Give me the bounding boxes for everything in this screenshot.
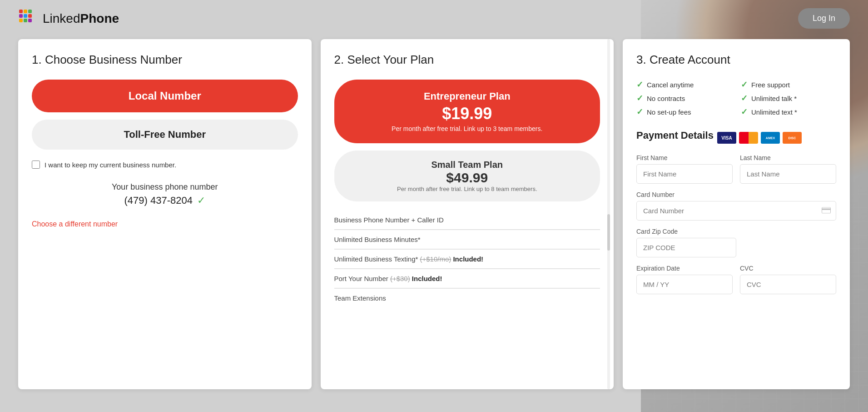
last-name-input[interactable] (740, 164, 836, 184)
keep-number-label[interactable]: I want to keep my current business numbe… (45, 161, 176, 169)
toll-free-button[interactable]: Toll-Free Number (32, 120, 298, 150)
benefit-label: No set-up fees (647, 108, 691, 116)
first-name-input[interactable] (636, 164, 733, 184)
benefit-unlimited-text: ✓ Unlimited text * (741, 107, 836, 117)
strikethrough-price: (+$10/mo) (420, 255, 451, 263)
login-button[interactable]: Log In (798, 8, 850, 29)
feature-text: Team Extensions (334, 294, 386, 302)
svg-rect-6 (19, 19, 23, 22)
scroll-thumb[interactable] (607, 214, 610, 251)
logo: LinkedPhone (18, 9, 119, 29)
keep-number-checkbox[interactable] (32, 161, 40, 169)
benefit-label: No contracts (647, 95, 685, 102)
strikethrough-price: (+$30) (390, 275, 410, 282)
benefit-unlimited-talk: ✓ Unlimited talk * (741, 93, 836, 103)
svg-rect-2 (28, 10, 32, 13)
svg-rect-0 (19, 10, 23, 13)
check-icon: ✓ (741, 107, 748, 117)
panel2-title: 2. Select Your Plan (334, 53, 600, 67)
name-row: First Name Last Name (636, 154, 836, 184)
plan-scroll-area[interactable]: Entrepreneur Plan $19.99 Per month after… (334, 80, 600, 307)
expiration-label: Expiration Date (636, 265, 733, 272)
first-name-group: First Name (636, 154, 733, 184)
business-phone-number: (479) 437-8204 ✓ (32, 195, 298, 206)
check-icon: ✓ (636, 93, 643, 103)
included-label: Included! (412, 275, 442, 282)
svg-rect-1 (24, 10, 27, 13)
benefit-label: Free support (751, 81, 790, 89)
payment-header: Payment Details VISA AMEX DISC (636, 130, 836, 146)
check-icon: ✓ (636, 107, 643, 117)
local-number-button[interactable]: Local Number (32, 80, 298, 112)
benefit-cancel-anytime: ✓ Cancel anytime (636, 80, 732, 90)
small-team-plan-name: Small Team Plan (343, 160, 591, 170)
list-item: Unlimited Business Texting* (+$10/mo) In… (334, 250, 600, 269)
business-phone-label: Your business phone number (32, 182, 298, 192)
svg-rect-9 (822, 207, 831, 213)
credit-card-icon (822, 206, 831, 216)
feature-list: Business Phone Number + Caller ID Unlimi… (334, 211, 600, 307)
card-number-group: Card Number (636, 191, 836, 221)
visa-icon: VISA (717, 132, 736, 144)
feature-text: Business Phone Number + Caller ID (334, 216, 444, 224)
card-input-wrap (636, 201, 836, 221)
payment-title: Payment Details (636, 130, 714, 141)
benefit-label: Unlimited talk * (751, 95, 797, 102)
included-label: Included! (453, 255, 483, 263)
cvc-input[interactable] (740, 275, 836, 294)
benefits-grid: ✓ Cancel anytime ✓ Free support ✓ No con… (636, 80, 836, 117)
panel-select-plan: 2. Select Your Plan Entrepreneur Plan $1… (321, 39, 614, 389)
list-item: Team Extensions (334, 289, 600, 307)
panel-create-account: 3. Create Account ✓ Cancel anytime ✓ Fre… (623, 39, 850, 389)
cvc-label: CVC (740, 265, 836, 272)
panel3-title: 3. Create Account (636, 53, 836, 67)
svg-rect-10 (822, 208, 831, 210)
check-icon: ✓ (636, 80, 643, 90)
card-zip-input[interactable] (636, 238, 736, 257)
entrepreneur-plan-price: $19.99 (343, 104, 591, 123)
card-number-label: Card Number (636, 191, 836, 198)
last-name-group: Last Name (740, 154, 836, 184)
logo-text: LinkedPhone (43, 11, 119, 26)
card-icons: VISA AMEX DISC (717, 132, 802, 144)
small-team-plan-price: $49.99 (343, 170, 591, 186)
payment-section: Payment Details VISA AMEX DISC First Nam… (636, 130, 836, 294)
benefit-label: Unlimited text * (751, 108, 797, 116)
panel-choose-number: 1. Choose Business Number Local Number T… (18, 39, 312, 389)
header: LinkedPhone Log In (0, 0, 868, 37)
exp-cvc-row: Expiration Date CVC (636, 265, 836, 294)
cvc-group: CVC (740, 265, 836, 294)
svg-rect-8 (28, 19, 32, 22)
list-item: Port Your Number (+$30) Included! (334, 269, 600, 288)
check-icon: ✓ (741, 93, 748, 103)
check-icon: ✓ (741, 80, 748, 90)
benefit-no-setup-fees: ✓ No set-up fees (636, 107, 732, 117)
amex-icon: AMEX (761, 132, 780, 144)
logo-icon (18, 9, 38, 29)
entrepreneur-plan-card[interactable]: Entrepreneur Plan $19.99 Per month after… (334, 80, 600, 143)
card-number-input[interactable] (636, 201, 836, 221)
svg-rect-5 (28, 14, 32, 18)
feature-text: Port Your Number (334, 275, 390, 282)
list-item: Business Phone Number + Caller ID (334, 211, 600, 230)
entrepreneur-plan-name: Entrepreneur Plan (343, 90, 591, 102)
discover-icon: DISC (783, 132, 802, 144)
list-item: Unlimited Business Minutes* (334, 230, 600, 249)
feature-text: Unlimited Business Texting* (334, 255, 420, 263)
benefit-free-support: ✓ Free support (741, 80, 836, 90)
keep-number-row: I want to keep my current business numbe… (32, 161, 298, 169)
card-zip-label: Card Zip Code (636, 228, 836, 235)
expiration-group: Expiration Date (636, 265, 733, 294)
svg-rect-4 (24, 14, 27, 18)
svg-rect-3 (19, 14, 23, 18)
first-name-label: First Name (636, 154, 733, 161)
benefit-label: Cancel anytime (647, 81, 694, 89)
scroll-track (607, 39, 610, 389)
mastercard-icon (739, 132, 758, 144)
choose-different-link[interactable]: Choose a different number (32, 220, 118, 228)
feature-text: Unlimited Business Minutes* (334, 236, 421, 243)
small-team-plan-card[interactable]: Small Team Plan $49.99 Per month after f… (334, 151, 600, 201)
expiration-input[interactable] (636, 275, 733, 294)
entrepreneur-plan-desc: Per month after free trial. Link up to 3… (343, 125, 591, 132)
main-content: 1. Choose Business Number Local Number T… (0, 39, 868, 389)
